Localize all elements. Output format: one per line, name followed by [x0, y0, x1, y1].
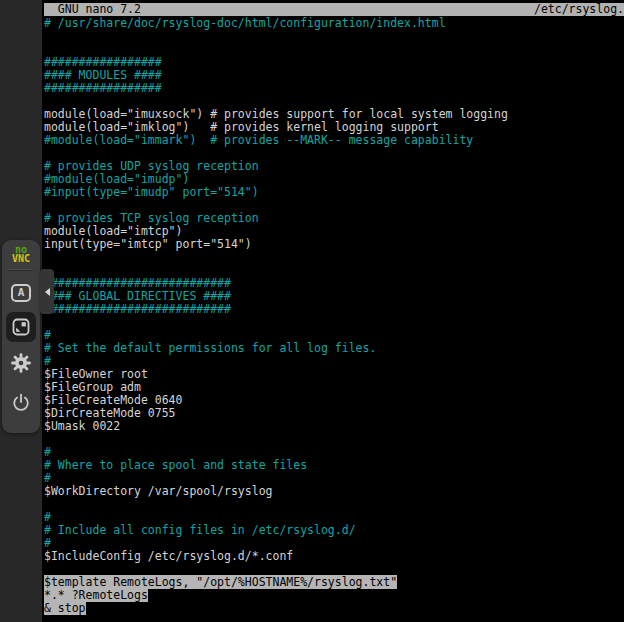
editor-line: $WorkDirectory /var/spool/rsyslog: [44, 485, 624, 498]
editor-line: $DirCreateMode 0755: [44, 407, 624, 420]
novnc-logo: no VNC: [2, 245, 40, 263]
editor-line: & stop: [44, 602, 624, 615]
novnc-settings-button[interactable]: [6, 348, 36, 378]
editor-content[interactable]: # /usr/share/doc/rsyslog-doc/html/config…: [44, 17, 624, 622]
nano-version-label: GNU nano 7.2: [44, 3, 141, 16]
editor-line: [44, 251, 624, 264]
control-bar-divider: [9, 269, 33, 271]
editor-line: # Set the default permissions for all lo…: [44, 342, 624, 355]
gear-icon: [10, 352, 32, 374]
nano-titlebar: GNU nano 7.2 /etc/rsyslog.: [44, 3, 624, 16]
editor-line: #input(type="imudp" port="514"): [44, 186, 624, 199]
editor-line: [44, 316, 624, 329]
nano-filename-label: /etc/rsyslog.: [534, 3, 624, 16]
editor-line: # Include all config files in /etc/rsysl…: [44, 524, 624, 537]
novnc-control-bar: no VNC A: [2, 240, 40, 433]
editor-line: # Where to place spool and state files: [44, 459, 624, 472]
novnc-fullscreen-button[interactable]: [6, 312, 36, 342]
editor-line: input(type="imtcp" port="514"): [44, 238, 624, 251]
editor-line: $Umask 0022: [44, 420, 624, 433]
power-icon: [10, 392, 32, 414]
editor-line: [44, 30, 624, 43]
editor-line: #################: [44, 82, 624, 95]
fullscreen-icon: [11, 317, 31, 337]
editor-line: [44, 433, 624, 446]
terminal-window: GNU nano 7.2 /etc/rsyslog. # /usr/share/…: [42, 0, 624, 622]
control-bar-handle[interactable]: [40, 269, 54, 314]
editor-line: #module(load="immark") # provides --MARK…: [44, 134, 624, 147]
editor-line: # /usr/share/doc/rsyslog-doc/html/config…: [44, 17, 624, 30]
novnc-logo-vnc: VNC: [2, 254, 40, 263]
novnc-clipboard-button[interactable]: A: [6, 278, 36, 308]
chevron-left-icon: [45, 288, 50, 296]
editor-line: $IncludeConfig /etc/rsyslog.d/*.conf: [44, 550, 624, 563]
clipboard-a-icon: A: [11, 284, 31, 302]
editor-line: *.* ?RemoteLogs: [44, 589, 624, 602]
editor-line: ###########################: [44, 303, 624, 316]
novnc-power-button[interactable]: [6, 388, 36, 418]
editor-line: [44, 498, 624, 511]
